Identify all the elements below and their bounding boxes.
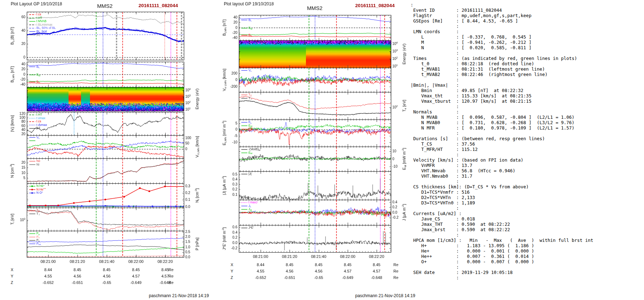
pos-value: -0.652	[255, 275, 266, 280]
pos-value: -0.648	[371, 275, 382, 280]
pos-row-label: X	[231, 263, 233, 267]
pos-value: 8.45	[344, 263, 351, 267]
time-label: 08:21:20	[282, 254, 297, 259]
left-layout-label: Plot Layout GP 19/10/2018	[11, 1, 62, 6]
pos-value: 8.45	[103, 268, 110, 272]
pos-value: 8.45	[132, 268, 140, 272]
pos-value: -0.649	[130, 280, 141, 285]
time-label: 08:22:00	[340, 254, 356, 259]
time-label: 08:21:00	[253, 254, 268, 259]
time-label: 08:22:00	[128, 259, 144, 264]
time-label: 08:22:20	[157, 259, 173, 264]
pos-value: -0.65	[314, 275, 323, 280]
pos-row-label: Z	[231, 275, 233, 280]
time-label: 08:21:00	[40, 259, 56, 264]
pos-unit: Re	[168, 280, 173, 285]
pos-value: 8.45	[161, 268, 169, 272]
time-label: 08:21:40	[99, 259, 115, 264]
middle-event-id: 20161111_082044	[355, 3, 394, 8]
info-panel: : Event ID : 20161111_082044 FlagStr : m…	[411, 2, 593, 280]
middle-plot-canvas	[195, 0, 411, 260]
pos-value: 4.56	[286, 269, 293, 273]
time-label: 08:21:20	[70, 259, 85, 264]
pos-row-label: Y	[11, 274, 13, 278]
middle-title: MMS2	[307, 5, 322, 11]
left-credit: paschmann 21-Nov-2018 14:19	[149, 293, 209, 298]
pos-value: -0.65	[102, 280, 111, 285]
pos-unit: Re	[168, 274, 173, 278]
pos-value: -0.651	[284, 275, 295, 280]
time-label: 08:22:20	[369, 254, 384, 259]
pos-value: 4.57	[373, 269, 380, 273]
pos-value: 4.56	[103, 274, 110, 278]
middle-credit: paschmann 21-Nov-2018 14:19	[355, 293, 415, 298]
pos-value: 4.57	[132, 274, 140, 278]
pos-value: 8.44	[257, 263, 264, 267]
pos-value: 4.57	[344, 269, 351, 273]
pos-value: -0.652	[42, 280, 54, 285]
left-event-id: 20161111_082044	[139, 3, 178, 8]
time-label: 08:21:40	[311, 254, 326, 259]
pos-value: 4.56	[74, 274, 81, 278]
left-plot-canvas	[0, 0, 202, 260]
pos-value: 8.45	[315, 263, 322, 267]
pos-unit: Re	[393, 263, 398, 267]
pos-unit: Re	[168, 268, 173, 272]
pos-unit: Re	[393, 269, 398, 273]
pos-value: -0.649	[342, 275, 353, 280]
pos-row-label: Y	[231, 269, 233, 273]
pos-value: 4.57	[161, 274, 169, 278]
pos-value: 8.45	[286, 263, 293, 267]
pos-unit: Re	[393, 275, 398, 280]
middle-layout-label: Plot layout GP 19/10/2018	[224, 1, 274, 6]
left-title: MMS2	[97, 3, 112, 9]
pos-value: 8.45	[373, 263, 380, 267]
pos-value: 4.55	[44, 274, 52, 278]
pos-value: 8.45	[74, 268, 81, 272]
pos-row-label: X	[11, 268, 13, 272]
pos-value: -0.651	[72, 280, 83, 285]
pos-value: 8.44	[44, 268, 52, 272]
pos-value: 4.55	[257, 269, 264, 273]
pos-value: 4.56	[315, 269, 322, 273]
plot-page: Plot Layout GP 19/10/2018 MMS2 20161111_…	[0, 0, 644, 300]
pos-row-label: Z	[11, 280, 13, 285]
